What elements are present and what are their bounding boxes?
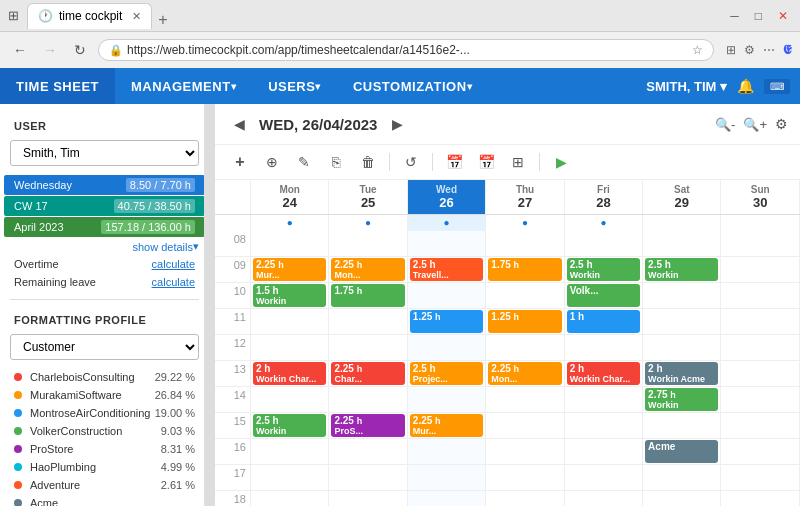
event-block[interactable]: 1.75 h bbox=[331, 284, 404, 307]
reload-btn[interactable]: ↻ bbox=[68, 38, 92, 62]
star-icon[interactable]: ☆ bbox=[692, 43, 703, 57]
cal-cell[interactable] bbox=[250, 465, 329, 491]
event-block[interactable]: 1.75 h bbox=[488, 258, 561, 281]
nav-users[interactable]: USERS bbox=[252, 68, 337, 104]
cal-cell[interactable] bbox=[250, 309, 329, 335]
cal-cell[interactable]: 2.25 h Mon... bbox=[486, 361, 564, 387]
cal-cell[interactable]: 2 h Workin Char... bbox=[564, 361, 642, 387]
cal-cell[interactable] bbox=[721, 231, 800, 257]
cal-view-btn[interactable]: 📅 bbox=[441, 149, 467, 175]
event-block[interactable]: 2.25 h Mur... bbox=[410, 414, 484, 437]
grid-view-btn[interactable]: ⊞ bbox=[505, 149, 531, 175]
url-bar[interactable]: 🔒 https://web.timecockpit.com/app/timesh… bbox=[98, 39, 714, 61]
event-block[interactable]: 2.5 h Workin bbox=[253, 414, 327, 437]
cal-cell[interactable]: 1.25 h bbox=[407, 309, 486, 335]
cal-cell[interactable] bbox=[329, 231, 407, 257]
cal-cell[interactable] bbox=[643, 491, 721, 507]
menu-icon[interactable]: ⋯ bbox=[763, 43, 775, 57]
sidebar-scrollbar[interactable] bbox=[204, 104, 209, 506]
cal-cell[interactable]: Acme bbox=[643, 439, 721, 465]
cal-cell[interactable] bbox=[250, 491, 329, 507]
copy-btn[interactable]: ⎘ bbox=[323, 149, 349, 175]
cal-cell[interactable] bbox=[250, 439, 329, 465]
cal-cell[interactable] bbox=[329, 465, 407, 491]
cal-cell[interactable]: 1 h bbox=[564, 309, 642, 335]
delete-btn[interactable]: 🗑 bbox=[355, 149, 381, 175]
cal-cell[interactable]: 2 h Workin Acme bbox=[643, 361, 721, 387]
cal-cell[interactable] bbox=[643, 231, 721, 257]
cal-cell[interactable]: 2.5 h Workin bbox=[564, 257, 642, 283]
cal-cell[interactable]: 1.25 h bbox=[486, 309, 564, 335]
back-btn[interactable]: ← bbox=[8, 38, 32, 62]
event-block[interactable]: 1.25 h bbox=[410, 310, 484, 333]
show-details-link[interactable]: show details bbox=[0, 238, 209, 255]
event-block[interactable]: 2.5 h Workin bbox=[567, 258, 640, 281]
profile-icon[interactable]: ⚙ bbox=[744, 43, 755, 57]
cal-cell[interactable] bbox=[407, 283, 486, 309]
settings-btn[interactable]: ⚙ bbox=[775, 116, 788, 132]
cal-cell[interactable] bbox=[329, 335, 407, 361]
event-block[interactable]: Volk... bbox=[567, 284, 640, 307]
cal-cell[interactable] bbox=[564, 413, 642, 439]
event-block[interactable]: 2.25 h Char... bbox=[331, 362, 404, 385]
cal-cell[interactable] bbox=[721, 439, 800, 465]
overtime-calc[interactable]: calculate bbox=[152, 258, 195, 270]
cal-cell[interactable]: 2.5 h Projec... bbox=[407, 361, 486, 387]
play-btn[interactable]: ▶ bbox=[548, 149, 574, 175]
nav-username[interactable]: SMITH, TIM ▾ bbox=[646, 79, 727, 94]
cal-cell[interactable] bbox=[564, 491, 642, 507]
event-block[interactable]: 2.25 h ProS... bbox=[331, 414, 404, 437]
cal-cell[interactable] bbox=[250, 335, 329, 361]
cal-cell[interactable] bbox=[564, 231, 642, 257]
event-block[interactable]: 2.5 h Travell... bbox=[410, 258, 484, 281]
cal-cell[interactable] bbox=[721, 413, 800, 439]
cal-cell[interactable] bbox=[486, 231, 564, 257]
cal-cell[interactable] bbox=[250, 387, 329, 413]
cal-cell[interactable]: 2.75 h Workin bbox=[643, 387, 721, 413]
zoom-out-btn[interactable]: 🔍- bbox=[715, 116, 735, 132]
stat-row-month[interactable]: April 2023 157.18 / 136.00 h bbox=[4, 217, 205, 237]
cal-cell[interactable] bbox=[564, 465, 642, 491]
cal-cell[interactable]: 2.25 h ProS... bbox=[329, 413, 407, 439]
refresh-btn[interactable]: ↺ bbox=[398, 149, 424, 175]
cal-cell[interactable] bbox=[486, 465, 564, 491]
cal-cell[interactable]: 2 h Workin Char... bbox=[250, 361, 329, 387]
cal-cell[interactable]: 2.25 h Mur... bbox=[407, 413, 486, 439]
cal-cell[interactable] bbox=[564, 335, 642, 361]
cal-cell[interactable] bbox=[250, 231, 329, 257]
cal-cell[interactable]: 1.5 h Workin bbox=[250, 283, 329, 309]
cal-cell[interactable] bbox=[643, 335, 721, 361]
cal-cell[interactable] bbox=[486, 439, 564, 465]
cal-cell[interactable] bbox=[721, 491, 800, 507]
cal-cell[interactable] bbox=[643, 283, 721, 309]
cal-cell[interactable] bbox=[407, 387, 486, 413]
cal-cell[interactable] bbox=[643, 465, 721, 491]
next-week-btn[interactable]: ▶ bbox=[385, 112, 409, 136]
cal-cell[interactable] bbox=[486, 491, 564, 507]
cal-cell[interactable] bbox=[721, 283, 800, 309]
cal-cell[interactable] bbox=[486, 387, 564, 413]
event-block[interactable]: 2.25 h Mur... bbox=[253, 258, 327, 281]
event-block[interactable]: Acme bbox=[645, 440, 718, 463]
win-maximize[interactable]: □ bbox=[751, 7, 766, 25]
cal-cell[interactable] bbox=[329, 387, 407, 413]
add-btn[interactable]: + bbox=[227, 149, 253, 175]
cal-cell[interactable] bbox=[329, 439, 407, 465]
cal-cell[interactable]: Volk... bbox=[564, 283, 642, 309]
cal-cell[interactable] bbox=[721, 335, 800, 361]
format-select[interactable]: Customer bbox=[10, 334, 199, 360]
cal-cell[interactable] bbox=[721, 465, 800, 491]
new-tab-btn[interactable]: + bbox=[158, 11, 167, 29]
event-block[interactable]: 2 h Workin Char... bbox=[567, 362, 640, 385]
event-block[interactable]: 2.25 h Mon... bbox=[488, 362, 561, 385]
forward-btn[interactable]: → bbox=[38, 38, 62, 62]
cal-cell[interactable] bbox=[721, 257, 800, 283]
cal-cell[interactable] bbox=[407, 335, 486, 361]
stat-row-wednesday[interactable]: Wednesday 8.50 / 7.70 h bbox=[4, 175, 205, 195]
win-close[interactable]: ✕ bbox=[774, 7, 792, 25]
cal-cell[interactable] bbox=[407, 491, 486, 507]
tab-close-btn[interactable]: ✕ bbox=[132, 10, 141, 23]
cal-cell[interactable] bbox=[486, 283, 564, 309]
event-block[interactable]: 2.25 h Mon... bbox=[331, 258, 404, 281]
browser-tab[interactable]: 🕐 time cockpit ✕ bbox=[27, 3, 152, 29]
